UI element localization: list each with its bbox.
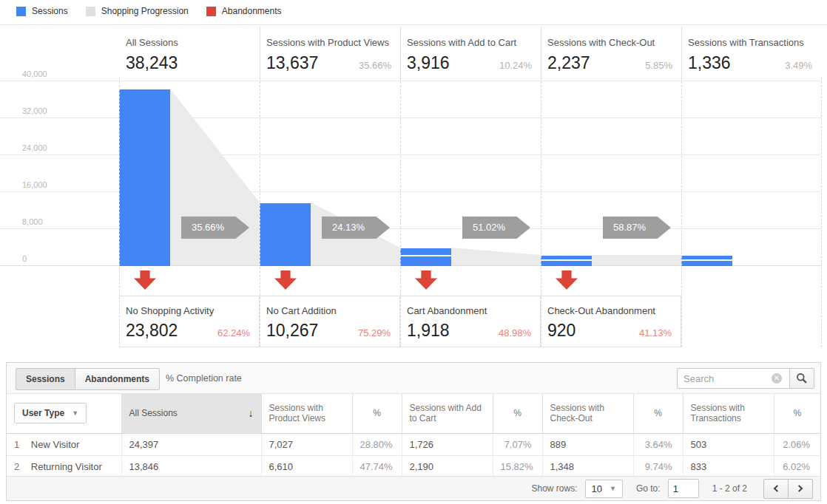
cell-user-type: 1 New Visitor bbox=[7, 433, 121, 455]
legend-label: Sessions bbox=[32, 6, 68, 16]
user-type-button[interactable]: User Type ▼ bbox=[14, 403, 87, 423]
stage-header-all-sessions: All Sessions 38,243 bbox=[119, 27, 260, 78]
abandonment-box-no-cart-addition: No Cart Addition 10,267 75.29% bbox=[260, 296, 400, 347]
column-header-check-out[interactable]: Sessions with Check-Out bbox=[542, 394, 633, 433]
abandonment-label: No Cart Addition bbox=[266, 305, 337, 316]
abandonment-value: 920 bbox=[547, 321, 575, 341]
cell-add-to-cart: 2,190 bbox=[402, 455, 493, 477]
stage-pct: 3.49% bbox=[785, 60, 812, 71]
legend-label: Abandonments bbox=[222, 6, 282, 16]
column-header-user-type: User Type ▼ bbox=[7, 394, 121, 433]
sessions-table: User Type ▼ All Sessions ↓ Sessions with… bbox=[7, 394, 820, 477]
caret-down-icon: ▼ bbox=[72, 409, 78, 417]
y-axis-tick-label: 24,000 bbox=[22, 143, 47, 152]
cell-check-out: 889 bbox=[542, 433, 633, 455]
cell-transactions: 503 bbox=[683, 433, 774, 455]
stage-value: 1,336 bbox=[688, 53, 731, 73]
progression-arrow-badge: 51.02% bbox=[462, 217, 530, 239]
dashed-column-divider bbox=[681, 78, 682, 347]
column-header-all-sessions[interactable]: All Sessions ↓ bbox=[121, 394, 261, 433]
chevron-right-icon bbox=[797, 485, 803, 492]
cell-transactions-pct: 6.02% bbox=[774, 455, 820, 477]
abandonment-pct: 48.98% bbox=[499, 327, 531, 338]
shopping-progression-swatch-icon bbox=[86, 7, 95, 16]
sort-descending-icon: ↓ bbox=[249, 407, 254, 419]
column-header-transactions-pct[interactable]: % bbox=[774, 394, 820, 433]
legend-item-shopping-progression: Shopping Progression bbox=[86, 6, 189, 16]
search-clear-icon[interactable]: ✕ bbox=[772, 373, 782, 384]
divider bbox=[541, 27, 541, 78]
stage-label: Sessions with Add to Cart bbox=[407, 37, 516, 48]
y-axis-tick-label: 16,000 bbox=[22, 180, 47, 189]
funnel-chart: 40,000 32,000 24,000 16,000 8,000 0 35.6… bbox=[0, 81, 821, 266]
user-type-label: User Type bbox=[22, 408, 64, 418]
next-page-button[interactable] bbox=[788, 479, 813, 499]
stage-pct: 5.85% bbox=[645, 60, 672, 71]
stage-value: 3,916 bbox=[407, 53, 450, 73]
cell-product-views-pct: 47.74% bbox=[352, 455, 402, 477]
shopping-behavior-dashboard: Sessions Shopping Progression Abandonmen… bbox=[0, 0, 827, 504]
cell-product-views-pct: 28.80% bbox=[352, 433, 402, 455]
cell-transactions: 833 bbox=[683, 455, 774, 477]
abandonment-label: Check-Out Abandonment bbox=[547, 305, 655, 316]
bar-segment-divider bbox=[541, 259, 592, 261]
tab-abandonments[interactable]: Abandonments bbox=[75, 368, 160, 390]
funnel-bar-transactions bbox=[681, 256, 732, 266]
table-toolbar: Sessions Abandonments % Completion rate … bbox=[7, 363, 820, 394]
stage-value: 2,237 bbox=[547, 53, 590, 73]
funnel-bar-add-to-cart bbox=[400, 248, 451, 266]
stage-label: Sessions with Transactions bbox=[688, 37, 804, 48]
stage-header-check-out: Sessions with Check-Out 2,237 5.85% bbox=[541, 27, 681, 78]
divider bbox=[260, 27, 260, 78]
cell-user-type: 2 Returning Visitor bbox=[7, 455, 121, 477]
stage-label: Sessions with Check-Out bbox=[547, 37, 655, 48]
divider bbox=[0, 24, 827, 25]
column-header-transactions[interactable]: Sessions with Transactions bbox=[683, 394, 774, 433]
row-number: 2 bbox=[14, 461, 19, 472]
abandonment-box-cart-abandonment: Cart Abandonment 1,918 48.98% bbox=[400, 296, 541, 347]
column-header-check-out-pct[interactable]: % bbox=[633, 394, 683, 433]
cell-transactions-pct: 2.06% bbox=[774, 433, 820, 455]
chevron-left-icon bbox=[773, 485, 779, 492]
prev-page-button[interactable] bbox=[763, 479, 789, 499]
cell-add-to-cart-pct: 7.07% bbox=[493, 433, 542, 455]
chart-legend: Sessions Shopping Progression Abandonmen… bbox=[16, 6, 282, 16]
cell-add-to-cart: 1,726 bbox=[402, 433, 493, 455]
user-type-value: New Visitor bbox=[31, 439, 80, 450]
abandonment-label: Cart Abandonment bbox=[407, 305, 487, 316]
completion-rate-toggle[interactable]: % Completion rate bbox=[166, 373, 242, 384]
progression-arrow-badge: 24.13% bbox=[322, 217, 390, 239]
column-header-product-views-pct[interactable]: % bbox=[352, 394, 402, 433]
divider bbox=[681, 27, 682, 78]
metric-tabs: Sessions Abandonments bbox=[16, 368, 160, 390]
funnel-bar-all-sessions bbox=[119, 89, 170, 266]
cell-all-sessions: 13,846 bbox=[121, 455, 261, 477]
show-rows-select[interactable]: 10 ▼ bbox=[585, 480, 623, 498]
search-button[interactable] bbox=[789, 368, 814, 389]
abandonment-value: 10,267 bbox=[266, 321, 318, 341]
abandonment-label: No Shopping Activity bbox=[126, 305, 214, 316]
goto-page-input[interactable] bbox=[668, 479, 699, 498]
table-row: 2 Returning Visitor 13,846 6,610 47.74% … bbox=[7, 455, 820, 477]
gridline: 40,000 bbox=[0, 81, 821, 81]
abandonment-value: 23,802 bbox=[126, 321, 178, 341]
column-header-add-to-cart[interactable]: Sessions with Add to Cart bbox=[402, 394, 493, 433]
tab-sessions[interactable]: Sessions bbox=[16, 368, 75, 390]
stage-pct: 35.66% bbox=[359, 60, 391, 71]
table-header-row: User Type ▼ All Sessions ↓ Sessions with… bbox=[7, 394, 820, 433]
abandonment-pct: 75.29% bbox=[358, 327, 391, 338]
y-axis-tick-label: 8,000 bbox=[22, 217, 43, 226]
goto-label: Go to: bbox=[636, 483, 661, 494]
divider bbox=[400, 27, 401, 78]
abandonment-box-no-shopping-activity: No Shopping Activity 23,802 62.24% bbox=[119, 296, 260, 347]
caret-down-icon: ▼ bbox=[610, 485, 616, 492]
cell-check-out-pct: 3.64% bbox=[633, 433, 683, 455]
magnifier-icon bbox=[796, 372, 808, 384]
column-header-product-views[interactable]: Sessions with Product Views bbox=[261, 394, 352, 433]
table-footer: Show rows: 10 ▼ Go to: 1 - 2 of 2 bbox=[7, 476, 820, 500]
progression-arrow-badge: 35.66% bbox=[181, 217, 249, 239]
column-header-add-to-cart-pct[interactable]: % bbox=[493, 394, 542, 433]
funnel-bar-product-views bbox=[260, 203, 311, 266]
cell-all-sessions: 24,397 bbox=[121, 433, 261, 455]
show-rows-value: 10 bbox=[592, 483, 602, 494]
